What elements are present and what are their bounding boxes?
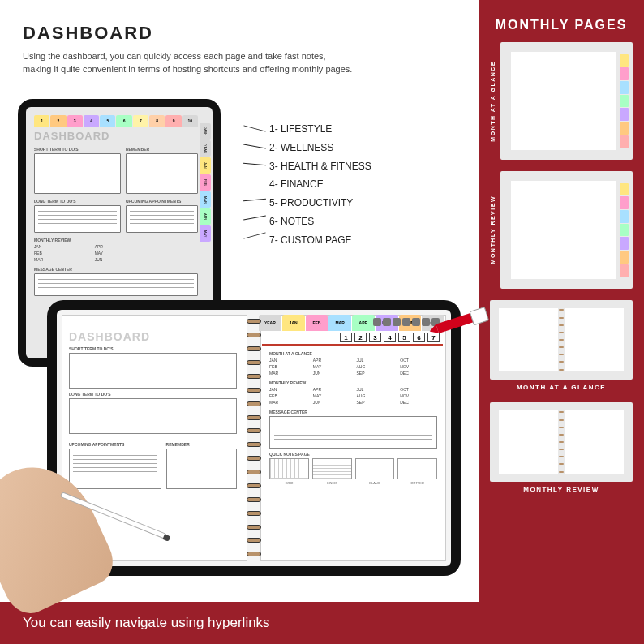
sidebar-item-monthly-review-l[interactable]: MONTHLY REVIEW [490,402,633,493]
sidebar-item-monthly-review-p[interactable]: MONTHLY REVIEW [490,171,633,289]
toolbar-icons[interactable] [373,318,440,326]
notebook-right-page: MONTH AT A GLANCE JANAPRJULOCT FEBMAYAUG… [260,315,446,561]
sidebar: MONTHLY PAGES MONTH AT A GLANCE MONTHLY … [479,0,644,644]
dash-heading: DASHBOARD [34,130,198,142]
page-title: DASHBOARD [23,23,153,44]
category-legend: 1- LIFESTYLE2- WELLNESS3- HEALTH & FITNE… [269,120,371,250]
highlight-line [262,344,443,346]
tablet-landscape: YEARJANFEBMARAPRMAYJUNDASH 1234567 DASHB… [47,300,461,576]
number-tabs[interactable]: 1234567 [340,333,440,342]
side-tabs[interactable]: DASHYEARJANFEBMARAPRMAY [200,123,211,242]
sidebar-title: MONTHLY PAGES [479,0,644,42]
sidebar-item-month-glance-p[interactable]: MONTH AT A GLANCE [490,42,633,160]
leader-lines [243,128,268,242]
sidebar-item-month-glance-l[interactable]: MONTH AT A GLANCE [490,300,633,391]
page-subtitle: Using the dashboard, you can quickly acc… [23,50,352,76]
top-tabs[interactable]: 12345678910 [34,115,198,127]
bottom-banner: You can easily navigate using hyperlinks [0,602,479,644]
spiral-binding [247,315,261,561]
